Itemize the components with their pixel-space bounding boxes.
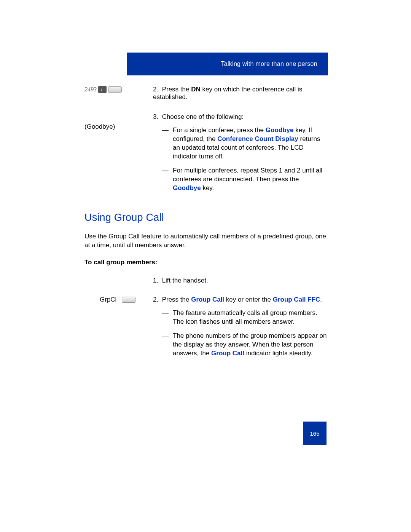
group-step-2-note-a: — The feature automatically calls all gr… — [162, 309, 327, 326]
grpcl-key-button-icon — [122, 297, 135, 303]
section-heading: Using Group Call — [84, 212, 327, 224]
group-call-section: Using Group Call Use the Group Call feat… — [84, 212, 327, 364]
page-number: 165 — [310, 430, 319, 437]
section-subhead: To call group members: — [84, 259, 327, 266]
section-intro: Use the Group Call feature to automatica… — [84, 232, 327, 250]
step-3-option-b: — For multiple conferees, repeat Steps 1… — [162, 166, 327, 193]
group-step-2-text: 2. Press the Group Call key or enter the… — [153, 296, 327, 304]
grpcl-label: GrpCl — [100, 296, 116, 304]
group-step-2-row: GrpCl 2. Press the Group Call key or ent… — [84, 296, 327, 363]
step-3-row: (Goodbye) 3. Choose one of the following… — [84, 113, 327, 198]
section-divider — [84, 226, 327, 226]
document-page: Talking with more than one person 2493 2… — [0, 0, 411, 532]
dn-key-illustration: 2493 — [84, 86, 153, 106]
goodbye-label: (Goodbye) — [84, 113, 153, 198]
page-header-bar: Talking with more than one person — [127, 53, 328, 75]
page-number-box: 165 — [303, 422, 327, 445]
step-3-text: 3. Choose one of the following: — [153, 113, 327, 121]
dn-key-button-icon — [108, 86, 122, 93]
page-content: 2493 2. Press the DN key on which the co… — [84, 86, 327, 370]
group-step-2-note-b: — The phone numbers of the group members… — [162, 332, 327, 358]
dn-key-icon — [98, 86, 107, 93]
group-step-1-row: 1. Lift the handset. — [84, 277, 327, 284]
step-2-text: 2. Press the DN key on which the confere… — [153, 86, 327, 101]
header-title: Talking with more than one person — [221, 61, 317, 67]
group-step-1-text: 1. Lift the handset. — [153, 277, 327, 284]
grpcl-key-illustration: GrpCl — [84, 296, 153, 363]
step-2-row: 2493 2. Press the DN key on which the co… — [84, 86, 327, 106]
step-3-option-a: — For a single conferee, press the Goodb… — [162, 126, 327, 161]
dn-number: 2493 — [84, 86, 97, 93]
